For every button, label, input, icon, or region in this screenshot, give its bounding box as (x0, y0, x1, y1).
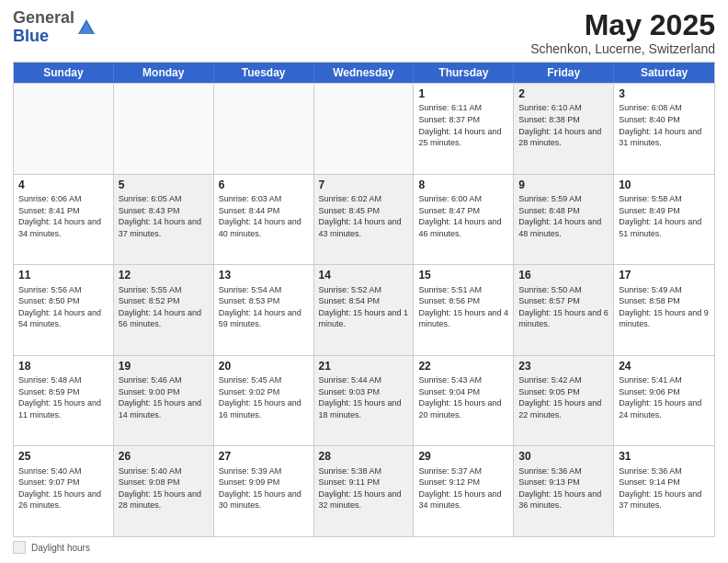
day-number: 5 (119, 178, 209, 192)
day-info: Sunrise: 6:03 AM Sunset: 8:44 PM Dayligh… (219, 193, 309, 239)
day-number: 30 (518, 449, 609, 464)
day-number: 6 (219, 178, 309, 192)
day-number: 19 (119, 359, 209, 373)
day-info: Sunrise: 5:40 AM Sunset: 9:07 PM Dayligh… (18, 465, 108, 511)
cal-cell: 3Sunrise: 6:08 AM Sunset: 8:40 PM Daylig… (614, 84, 714, 174)
cal-week: 1Sunrise: 6:11 AM Sunset: 8:37 PM Daylig… (14, 83, 714, 174)
day-info: Sunrise: 5:41 AM Sunset: 9:06 PM Dayligh… (619, 374, 710, 420)
day-number: 4 (18, 178, 108, 192)
day-number: 29 (418, 449, 508, 464)
day-number: 18 (18, 359, 108, 373)
cal-cell: 4Sunrise: 6:06 AM Sunset: 8:41 PM Daylig… (14, 175, 114, 265)
day-number: 21 (319, 359, 409, 373)
day-number: 12 (119, 268, 209, 282)
cal-header-cell: Thursday (414, 63, 514, 83)
day-info: Sunrise: 5:56 AM Sunset: 8:50 PM Dayligh… (18, 284, 108, 330)
day-number: 26 (119, 449, 209, 464)
day-info: Sunrise: 6:00 AM Sunset: 8:47 PM Dayligh… (418, 193, 508, 239)
cal-cell: 8Sunrise: 6:00 AM Sunset: 8:47 PM Daylig… (414, 175, 514, 265)
cal-cell: 25Sunrise: 5:40 AM Sunset: 9:07 PM Dayli… (14, 446, 114, 536)
day-info: Sunrise: 5:42 AM Sunset: 9:05 PM Dayligh… (518, 374, 609, 420)
day-number: 10 (619, 178, 710, 192)
cal-cell: 14Sunrise: 5:52 AM Sunset: 8:54 PM Dayli… (314, 265, 415, 355)
day-info: Sunrise: 5:52 AM Sunset: 8:54 PM Dayligh… (319, 284, 409, 330)
cal-cell: 7Sunrise: 6:02 AM Sunset: 8:45 PM Daylig… (314, 175, 415, 265)
day-info: Sunrise: 5:46 AM Sunset: 9:00 PM Dayligh… (119, 374, 209, 420)
day-info: Sunrise: 6:06 AM Sunset: 8:41 PM Dayligh… (18, 193, 108, 239)
main-title: May 2025 (530, 9, 715, 41)
cal-week: 18Sunrise: 5:48 AM Sunset: 8:59 PM Dayli… (14, 355, 714, 446)
day-number: 9 (518, 178, 609, 192)
logo: General Blue (13, 9, 97, 46)
day-number: 20 (219, 359, 309, 373)
day-number: 23 (518, 359, 609, 373)
day-info: Sunrise: 5:43 AM Sunset: 9:04 PM Dayligh… (418, 374, 508, 420)
day-number: 28 (319, 449, 409, 464)
cal-cell: 20Sunrise: 5:45 AM Sunset: 9:02 PM Dayli… (214, 356, 314, 446)
day-info: Sunrise: 5:58 AM Sunset: 8:49 PM Dayligh… (619, 193, 710, 239)
cal-header-cell: Wednesday (314, 63, 415, 83)
day-info: Sunrise: 5:39 AM Sunset: 9:09 PM Dayligh… (219, 465, 309, 511)
cal-cell (214, 84, 314, 174)
cal-cell: 13Sunrise: 5:54 AM Sunset: 8:53 PM Dayli… (214, 265, 314, 355)
day-info: Sunrise: 5:37 AM Sunset: 9:12 PM Dayligh… (418, 465, 508, 511)
day-info: Sunrise: 5:50 AM Sunset: 8:57 PM Dayligh… (518, 284, 609, 330)
cal-cell: 6Sunrise: 6:03 AM Sunset: 8:44 PM Daylig… (214, 175, 314, 265)
day-number: 27 (219, 449, 309, 464)
cal-cell: 22Sunrise: 5:43 AM Sunset: 9:04 PM Dayli… (414, 356, 514, 446)
daylight-box (13, 541, 26, 554)
title-block: May 2025 Schenkon, Lucerne, Switzerland (530, 9, 715, 56)
calendar: SundayMondayTuesdayWednesdayThursdayFrid… (13, 62, 715, 537)
day-info: Sunrise: 6:10 AM Sunset: 8:38 PM Dayligh… (518, 102, 609, 148)
cal-cell: 17Sunrise: 5:49 AM Sunset: 8:58 PM Dayli… (614, 265, 714, 355)
cal-cell: 1Sunrise: 6:11 AM Sunset: 8:37 PM Daylig… (414, 84, 514, 174)
day-info: Sunrise: 5:36 AM Sunset: 9:13 PM Dayligh… (518, 465, 609, 511)
day-info: Sunrise: 6:08 AM Sunset: 8:40 PM Dayligh… (619, 102, 710, 148)
cal-cell: 18Sunrise: 5:48 AM Sunset: 8:59 PM Dayli… (14, 356, 114, 446)
cal-cell (114, 84, 214, 174)
day-number: 31 (619, 449, 710, 464)
cal-cell (314, 84, 415, 174)
day-number: 7 (319, 178, 409, 192)
day-info: Sunrise: 5:59 AM Sunset: 8:48 PM Dayligh… (518, 193, 609, 239)
day-number: 25 (18, 449, 108, 464)
day-info: Sunrise: 5:55 AM Sunset: 8:52 PM Dayligh… (119, 284, 209, 330)
day-number: 11 (18, 268, 108, 282)
page: General Blue May 2025 Schenkon, Lucerne,… (0, 0, 728, 563)
header: General Blue May 2025 Schenkon, Lucerne,… (13, 9, 715, 56)
day-info: Sunrise: 5:45 AM Sunset: 9:02 PM Dayligh… (219, 374, 309, 420)
calendar-header: SundayMondayTuesdayWednesdayThursdayFrid… (14, 63, 714, 83)
cal-week: 4Sunrise: 6:06 AM Sunset: 8:41 PM Daylig… (14, 174, 714, 265)
cal-cell (14, 84, 114, 174)
cal-cell: 24Sunrise: 5:41 AM Sunset: 9:06 PM Dayli… (614, 356, 714, 446)
cal-cell: 21Sunrise: 5:44 AM Sunset: 9:03 PM Dayli… (314, 356, 415, 446)
cal-cell: 15Sunrise: 5:51 AM Sunset: 8:56 PM Dayli… (414, 265, 514, 355)
day-info: Sunrise: 5:44 AM Sunset: 9:03 PM Dayligh… (319, 374, 409, 420)
cal-header-cell: Monday (114, 63, 214, 83)
cal-cell: 2Sunrise: 6:10 AM Sunset: 8:38 PM Daylig… (514, 84, 614, 174)
day-number: 14 (319, 268, 409, 282)
day-info: Sunrise: 5:54 AM Sunset: 8:53 PM Dayligh… (219, 284, 309, 330)
calendar-body: 1Sunrise: 6:11 AM Sunset: 8:37 PM Daylig… (14, 83, 714, 536)
cal-cell: 31Sunrise: 5:36 AM Sunset: 9:14 PM Dayli… (614, 446, 714, 536)
day-info: Sunrise: 6:02 AM Sunset: 8:45 PM Dayligh… (319, 193, 409, 239)
cal-header-cell: Saturday (614, 63, 714, 83)
day-number: 24 (619, 359, 710, 373)
cal-header-cell: Tuesday (214, 63, 314, 83)
logo-blue: Blue (13, 27, 49, 45)
footer-label: Daylight hours (31, 543, 90, 553)
cal-cell: 16Sunrise: 5:50 AM Sunset: 8:57 PM Dayli… (514, 265, 614, 355)
cal-cell: 29Sunrise: 5:37 AM Sunset: 9:12 PM Dayli… (414, 446, 514, 536)
subtitle: Schenkon, Lucerne, Switzerland (530, 41, 715, 56)
day-info: Sunrise: 5:48 AM Sunset: 8:59 PM Dayligh… (18, 374, 108, 420)
cal-cell: 11Sunrise: 5:56 AM Sunset: 8:50 PM Dayli… (14, 265, 114, 355)
cal-week: 25Sunrise: 5:40 AM Sunset: 9:07 PM Dayli… (14, 445, 714, 536)
day-number: 22 (418, 359, 508, 373)
day-number: 16 (518, 268, 609, 282)
day-number: 15 (418, 268, 508, 282)
day-info: Sunrise: 5:51 AM Sunset: 8:56 PM Dayligh… (418, 284, 508, 330)
logo-icon (76, 17, 97, 38)
day-info: Sunrise: 5:40 AM Sunset: 9:08 PM Dayligh… (119, 465, 209, 511)
cal-header-cell: Friday (514, 63, 614, 83)
cal-cell: 9Sunrise: 5:59 AM Sunset: 8:48 PM Daylig… (514, 175, 614, 265)
